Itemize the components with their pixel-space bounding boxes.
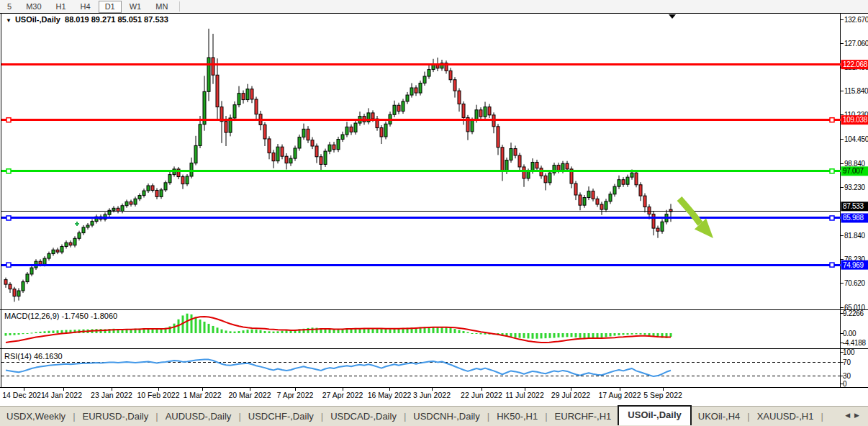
symbol-tabbar: USDX,Weekly|EURUSD-,Daily|AUDUSD-,Daily|… xyxy=(0,406,868,426)
tab-eurusd-daily[interactable]: EURUSD-,Daily xyxy=(76,408,155,425)
time-axis: 14 Dec 20214 Jan 202223 Jan 202210 Feb 2… xyxy=(2,388,682,399)
price-tick-label: 70.620 xyxy=(844,279,866,287)
tab-usdcad-daily[interactable]: USDCAD-,Daily xyxy=(324,408,403,425)
line-handle[interactable] xyxy=(830,216,834,220)
date-tick-label: 14 Dec 2021 xyxy=(2,391,45,399)
tab-separator: | xyxy=(155,411,158,422)
tab-usdchf-daily[interactable]: USDCHF-,Daily xyxy=(242,408,320,425)
date-tick-label: 16 May 2022 xyxy=(368,391,412,399)
hline-109.038[interactable]: 109.038 xyxy=(1,115,868,124)
date-tick-label: 20 Mar 2022 xyxy=(229,391,271,399)
rsi-axis-label: 0 xyxy=(843,380,847,388)
rsi-axis-label: 30 xyxy=(843,372,851,380)
price-label-text: 97.007 xyxy=(843,167,864,175)
price-tick-label: 98.840 xyxy=(844,160,866,168)
date-tick-label: 10 Feb 2022 xyxy=(137,391,180,399)
rsi-axis-label: 70 xyxy=(843,358,851,366)
price-tick-label: 132.670 xyxy=(844,16,868,24)
date-tick-label: 3 Jun 2022 xyxy=(413,391,451,399)
price-tick-label: 127.060 xyxy=(844,40,868,47)
price-tick-label: 104.450 xyxy=(844,135,868,143)
chart-shift-marker[interactable] xyxy=(669,14,676,19)
rsi-axis-label: 100 xyxy=(843,348,855,356)
price-tick-label: 115.840 xyxy=(844,87,868,95)
tab-xauusd-h1[interactable]: XAUUSD-,H1 xyxy=(751,408,820,425)
mt4-terminal: 5M30H1H4D1W1MN 132.670127.060121.450115.… xyxy=(0,0,868,426)
price-label-text: 109.038 xyxy=(843,116,868,124)
line-handle[interactable] xyxy=(830,118,834,122)
tab-separator: | xyxy=(545,411,547,422)
tab-eurchf-h1[interactable]: EURCHF-,H1 xyxy=(548,408,618,425)
tab-hk50-h1[interactable]: HK50-,H1 xyxy=(490,408,544,425)
date-tick-label: 5 Sep 2022 xyxy=(643,391,682,399)
tab-separator: | xyxy=(238,411,240,422)
tab-scroll-left-icon[interactable]: ◀ xyxy=(845,412,854,419)
line-handle[interactable] xyxy=(6,263,11,267)
macd-axis-label: 0.00 xyxy=(843,330,856,337)
macd-axis-label: 9.2266 xyxy=(843,309,864,317)
date-tick-label: 11 Jul 2022 xyxy=(505,391,544,399)
rsi-level-lines xyxy=(1,362,841,376)
tab-separator: | xyxy=(747,411,749,422)
candlesticks xyxy=(4,29,672,302)
tab-separator: | xyxy=(820,411,823,422)
tab-usdx-weekly[interactable]: USDX,Weekly xyxy=(0,408,72,425)
tab-usoil-daily[interactable]: USOil-,Daily xyxy=(618,405,691,425)
buy-marker-icon[interactable] xyxy=(75,222,79,226)
macd-signal-line xyxy=(6,317,671,343)
price-label-text: 74.969 xyxy=(843,261,864,269)
tab-audusd-daily[interactable]: AUDUSD-,Daily xyxy=(159,408,238,425)
price-label-text: 85.988 xyxy=(843,214,864,222)
date-tick-label: 4 Jan 2022 xyxy=(45,391,82,399)
hline-74.969[interactable]: 74.969 xyxy=(1,260,868,270)
price-label-text: 122.068 xyxy=(843,60,868,68)
date-tick-label: 23 Jan 2022 xyxy=(91,391,132,399)
macd-histogram xyxy=(5,314,672,339)
rsi-axis: 10070300 xyxy=(841,348,856,388)
price-tick-label: 93.230 xyxy=(844,183,866,191)
date-tick-label: 22 Jun 2022 xyxy=(461,391,502,399)
tab-separator: | xyxy=(487,411,489,422)
line-handle[interactable] xyxy=(830,263,834,267)
price-tick-label: 81.840 xyxy=(844,232,866,240)
price-label-text: 87.533 xyxy=(843,202,864,210)
date-tick-label: 29 Jul 2022 xyxy=(551,391,590,399)
date-tick-label: 17 Aug 2022 xyxy=(599,391,641,399)
tab-separator: | xyxy=(404,411,406,422)
line-handle[interactable] xyxy=(6,216,11,220)
line-handle[interactable] xyxy=(6,169,11,173)
tab-separator: | xyxy=(321,411,323,422)
tab-separator: | xyxy=(73,411,75,422)
macd-axis: 9.22660.00-4.4188 xyxy=(841,309,867,347)
hline-97.007[interactable]: 97.007 xyxy=(1,166,868,176)
hline-85.988[interactable]: 85.988 xyxy=(1,213,868,222)
line-handle[interactable] xyxy=(830,169,834,173)
date-tick-label: 1 Mar 2022 xyxy=(183,391,221,399)
tab-scroll-right-icon[interactable]: ▶ xyxy=(854,412,864,419)
tab-ukoil-h4[interactable]: UKOil-,H4 xyxy=(692,408,747,425)
date-tick-label: 7 Apr 2022 xyxy=(277,391,314,399)
macd-axis-label: -4.4188 xyxy=(843,339,867,347)
tab-scroll-arrows: ◀▶ xyxy=(845,412,864,419)
date-tick-label: 27 Apr 2022 xyxy=(322,391,363,399)
tab-usdcnh-daily[interactable]: USDCNH-,Daily xyxy=(407,408,486,425)
line-handle[interactable] xyxy=(6,118,11,122)
chart-area[interactable]: 132.670127.060121.450115.840110.230104.4… xyxy=(0,0,868,426)
